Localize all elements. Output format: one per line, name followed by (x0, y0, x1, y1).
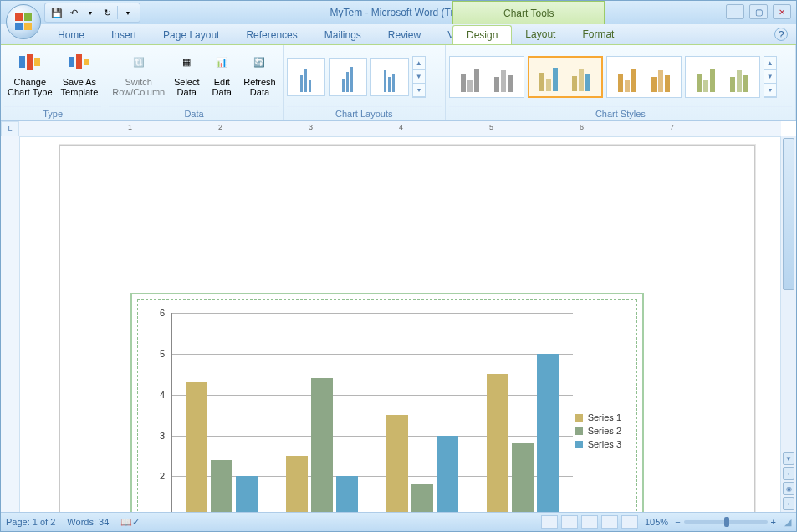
next-page-button[interactable]: ◦ (783, 497, 794, 510)
zoom-level[interactable]: 105% (645, 517, 668, 527)
bar-series3-1[interactable] (336, 476, 358, 512)
legend-swatch-icon (575, 441, 583, 448)
edit-data-icon: 📊 (208, 49, 235, 75)
close-button[interactable]: ✕ (773, 4, 791, 19)
title-bar: 💾 ↶ ▼ ↻ ▼ MyTem - Microsoft Word (Trial)… (1, 1, 796, 24)
prev-page-button[interactable]: ◦ (783, 467, 794, 480)
bar-series1-3[interactable] (487, 374, 508, 512)
switch-row-column-button: 🔃 Switch Row/Column (109, 47, 168, 99)
redo-button[interactable]: ↻ (100, 6, 114, 19)
save-as-template-button[interactable]: Save As Template (58, 47, 102, 99)
group-data: 🔃 Switch Row/Column ▦ Select Data 📊 Edit… (105, 45, 284, 120)
word-count[interactable]: Words: 34 (67, 517, 109, 527)
page-indicator[interactable]: Page: 1 of 2 (6, 517, 55, 527)
legend-entry[interactable]: Series 1 (575, 412, 621, 422)
chart-object[interactable]: 0123456Category 1Category 2Category 3Cat… (130, 293, 644, 512)
layout-more[interactable]: ▾ (413, 84, 425, 97)
plot-region: 0123456Category 1Category 2Category 3Cat… (171, 313, 573, 512)
refresh-data-button[interactable]: 🔄 Refresh Data (240, 47, 279, 99)
group-styles-label: Chart Styles (449, 106, 792, 120)
bar-series2-1[interactable] (311, 378, 333, 512)
save-button[interactable]: 💾 (50, 6, 64, 19)
bar-series2-2[interactable] (411, 484, 433, 512)
bar-series1-1[interactable] (286, 456, 308, 512)
tab-design[interactable]: Design (452, 25, 512, 44)
style-scroll-down[interactable]: ▼ (764, 70, 776, 84)
layout-option-2[interactable] (329, 58, 367, 96)
view-print-layout[interactable] (541, 515, 558, 529)
chart-legend[interactable]: Series 1Series 2Series 3 (575, 409, 621, 453)
maximize-button[interactable]: ▢ (749, 4, 768, 19)
view-web-layout[interactable] (581, 515, 598, 529)
tab-page-layout[interactable]: Page Layout (150, 26, 232, 44)
layout-scroll-down[interactable]: ▼ (413, 70, 425, 84)
bar-series2-3[interactable] (512, 443, 534, 512)
y-tick: 3 (160, 431, 165, 441)
app-window: 💾 ↶ ▼ ↻ ▼ MyTem - Microsoft Word (Trial)… (0, 0, 797, 532)
vertical-ruler[interactable] (1, 136, 20, 512)
scrollbar-thumb[interactable] (783, 138, 794, 290)
bar-series1-0[interactable] (186, 382, 207, 512)
tab-layout[interactable]: Layout (512, 25, 569, 44)
switch-icon: 🔃 (125, 49, 152, 75)
ribbon-tabs: Home Insert Page Layout References Maili… (1, 24, 796, 44)
legend-entry[interactable]: Series 2 (575, 426, 621, 436)
legend-entry[interactable]: Series 3 (575, 439, 621, 449)
view-full-screen[interactable] (561, 515, 578, 529)
bar-series1-2[interactable] (386, 415, 408, 512)
scroll-down-button[interactable]: ▼ (783, 452, 794, 465)
y-tick: 5 (160, 349, 165, 359)
zoom-slider[interactable] (684, 520, 768, 524)
tab-home[interactable]: Home (44, 26, 98, 44)
bar-series2-0[interactable] (211, 460, 232, 512)
horizontal-ruler[interactable]: 1234567 (19, 121, 781, 137)
browse-object-button[interactable]: ◉ (783, 482, 794, 495)
chart-style-3[interactable] (606, 56, 682, 98)
zoom-in-button[interactable]: + (771, 517, 776, 527)
svg-rect-2 (15, 23, 23, 30)
layout-scroll-up[interactable]: ▲ (413, 57, 425, 70)
view-outline[interactable] (601, 515, 618, 529)
style-more[interactable]: ▾ (764, 84, 776, 97)
contextual-tools-label: Chart Tools (452, 1, 605, 25)
proofing-icon[interactable]: 📖✓ (120, 517, 140, 528)
help-button[interactable]: ? (774, 28, 788, 41)
group-layouts-label: Chart Layouts (287, 106, 442, 120)
tab-references[interactable]: References (232, 26, 310, 44)
tab-insert[interactable]: Insert (98, 26, 150, 44)
window-controls: — ▢ ✕ (726, 4, 791, 19)
edit-data-button[interactable]: 📊 Edit Data (205, 47, 238, 99)
change-chart-type-button[interactable]: Change Chart Type (4, 47, 56, 99)
tab-selector[interactable]: L (1, 121, 19, 136)
layout-option-1[interactable] (287, 58, 325, 96)
bar-series3-0[interactable] (236, 476, 258, 512)
chart-style-1[interactable] (449, 56, 524, 98)
office-button[interactable] (6, 4, 41, 39)
legend-label: Series 1 (588, 412, 621, 422)
chart-plot-area[interactable]: 0123456Category 1Category 2Category 3Cat… (137, 299, 637, 512)
undo-button[interactable]: ↶ (67, 6, 80, 19)
zoom-out-button[interactable]: − (675, 517, 680, 527)
style-scroll-up[interactable]: ▲ (764, 57, 776, 70)
tab-review[interactable]: Review (375, 26, 434, 44)
document-area: L 1234567 0123456Category 1Category 2Cat… (1, 121, 796, 512)
bar-series3-2[interactable] (437, 436, 458, 513)
undo-menu[interactable]: ▼ (84, 6, 97, 19)
chart-style-4[interactable] (685, 56, 760, 98)
bar-series3-3[interactable] (537, 354, 559, 512)
qat-customize[interactable]: ▼ (117, 6, 135, 19)
select-data-button[interactable]: ▦ Select Data (170, 47, 203, 99)
context-tabs: Design Layout Format (452, 25, 627, 44)
tab-format[interactable]: Format (569, 25, 627, 44)
vertical-scrollbar[interactable]: ▼ ◦ ◉ ◦ (780, 136, 796, 512)
chart-style-2[interactable] (528, 56, 603, 98)
svg-rect-3 (24, 23, 32, 30)
zoom-slider-thumb[interactable] (724, 517, 729, 527)
tab-mailings[interactable]: Mailings (311, 26, 375, 44)
y-tick: 2 (160, 471, 165, 481)
view-draft[interactable] (621, 515, 638, 529)
minimize-button[interactable]: — (726, 4, 744, 19)
layout-option-3[interactable] (370, 58, 409, 96)
group-chart-styles: ▲▼▾ Chart Styles (446, 45, 796, 120)
y-tick: 6 (160, 308, 165, 318)
